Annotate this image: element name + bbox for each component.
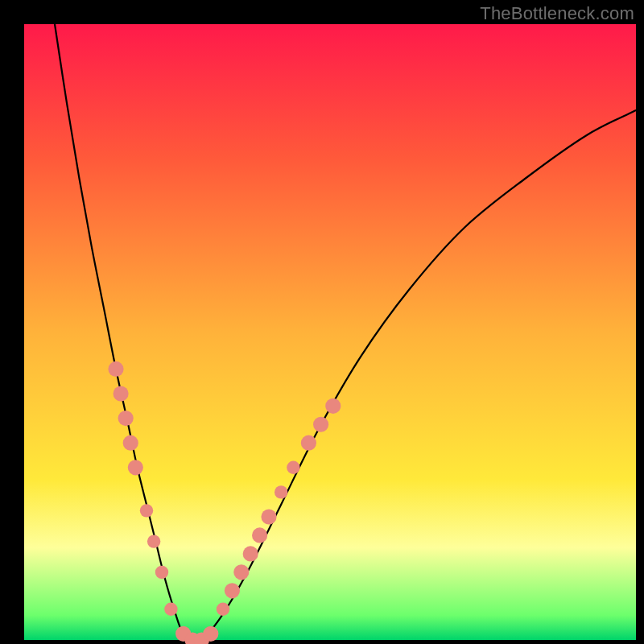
curve-marker — [313, 417, 328, 432]
curve-marker — [203, 626, 218, 642]
curve-marker — [233, 564, 249, 580]
watermark-text: TheBottleneck.com — [480, 3, 634, 24]
curve-svg — [24, 24, 636, 640]
curve-marker — [108, 361, 123, 377]
curve-marker — [325, 398, 341, 414]
curve-marker — [275, 485, 287, 498]
curve-marker — [243, 546, 258, 561]
curve-markers — [108, 361, 341, 644]
curve-marker — [164, 603, 177, 616]
curve-marker — [114, 386, 129, 401]
curve-marker — [252, 527, 267, 543]
chart-frame: TheBottleneck.com — [0, 0, 644, 644]
curve-marker — [118, 411, 134, 426]
curve-marker — [301, 436, 316, 451]
curve-marker — [217, 603, 229, 616]
curve-marker — [140, 504, 153, 517]
curve-marker — [287, 461, 299, 474]
curve-marker — [261, 509, 276, 524]
curve-marker — [155, 566, 168, 579]
curve-marker — [225, 583, 240, 598]
plot-area — [24, 24, 636, 640]
curve-marker — [123, 436, 138, 451]
curve-marker — [128, 460, 143, 475]
bottleneck-curve — [55, 24, 636, 640]
curve-marker — [147, 535, 160, 547]
